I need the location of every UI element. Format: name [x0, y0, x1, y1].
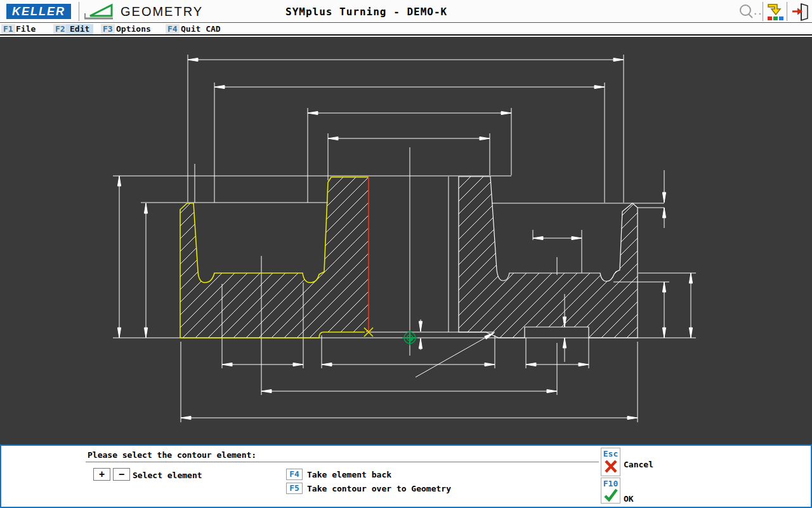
prompt-text: Please select the contour element:	[88, 450, 256, 460]
menu-key-f1[interactable]: F1	[1, 24, 15, 34]
menu-bar: F1 File F2 Edit F3 Options F4 Quit CAD	[0, 23, 812, 36]
select-plus-button[interactable]: +	[93, 468, 110, 481]
cancel-button[interactable]: Esc	[601, 448, 620, 476]
select-minus-button[interactable]: −	[113, 468, 130, 481]
menu-item-quit-cad[interactable]: Quit CAD	[181, 24, 221, 34]
green-check-icon	[603, 488, 619, 502]
technical-drawing[interactable]	[0, 37, 812, 444]
cad-drawing-area[interactable]	[0, 37, 812, 444]
cancel-label: Cancel	[624, 460, 653, 469]
drawing-background	[0, 37, 812, 444]
divider	[86, 462, 599, 462]
exit-door-icon[interactable]	[790, 2, 809, 21]
select-element-label: Select element	[133, 471, 202, 480]
divider	[79, 2, 79, 21]
red-cross-icon	[603, 458, 619, 474]
menu-key-f2[interactable]: F2	[53, 24, 67, 34]
menu-key-f4[interactable]: F4	[166, 24, 180, 34]
divider	[763, 2, 763, 21]
f5-key-button[interactable]: F5	[286, 483, 303, 494]
f10-key-label: F10	[601, 479, 620, 488]
menu-item-options[interactable]: Options	[116, 24, 151, 34]
dialog-panel: Please select the contour element: + − S…	[0, 444, 812, 508]
menu-item-edit[interactable]: Edit	[66, 24, 93, 34]
module-title: GEOMETRY	[121, 4, 203, 19]
keller-logo: KELLER	[6, 4, 71, 19]
geometry-triangle-icon	[82, 3, 114, 23]
ok-label: OK	[624, 494, 634, 504]
esc-key-label: Esc	[601, 449, 620, 458]
f4-command-label: Take element back	[307, 470, 391, 479]
module-transfer-icon[interactable]	[765, 2, 785, 21]
magnifier-icon[interactable]: ...	[737, 3, 761, 20]
f5-command-label: Take contour over to Geometry	[307, 484, 451, 493]
menu-key-f3[interactable]: F3	[101, 24, 115, 34]
zoom-dots: ...	[753, 8, 761, 17]
ok-button[interactable]: F10	[601, 478, 620, 504]
divider	[787, 2, 787, 21]
f4-key-button[interactable]: F4	[286, 469, 303, 480]
title-bar: KELLER GEOMETRY SYMplus Turning - DEMO-K…	[0, 0, 812, 23]
menu-item-file[interactable]: File	[16, 24, 36, 34]
window-title: SYMplus Turning - DEMO-K	[285, 6, 447, 18]
